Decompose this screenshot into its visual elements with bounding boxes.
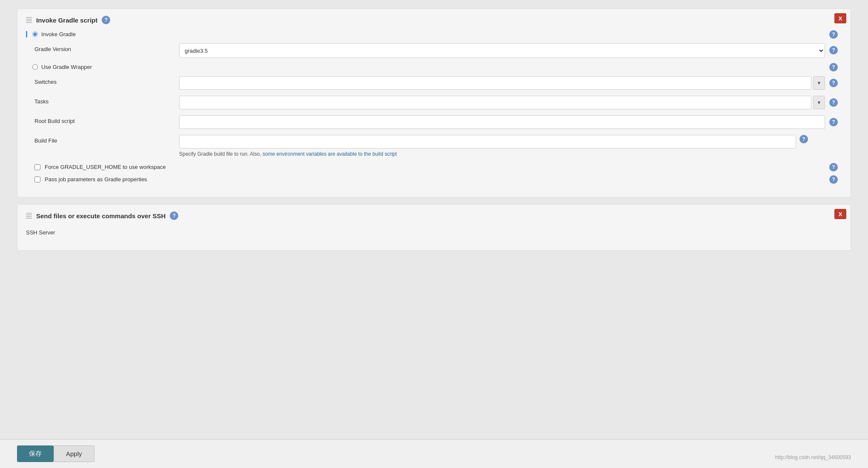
- close-label: X: [839, 15, 842, 22]
- root-build-script-input[interactable]: ${WORKSPACE}: [179, 115, 825, 129]
- drag-handle[interactable]: [26, 17, 32, 23]
- build-file-hint-link[interactable]: some environment variables are available…: [263, 151, 397, 157]
- build-file-hint: Specify Gradle build file to run. Also, …: [179, 150, 397, 158]
- switches-label: Switches: [34, 76, 179, 85]
- build-file-control: /var/lib/jenkins/jobs/andriod-test/works…: [179, 135, 796, 148]
- send-ssh-section: X Send files or execute commands over SS…: [17, 204, 851, 251]
- help-icon-tasks[interactable]: ?: [829, 98, 838, 107]
- root-build-script-row: Root Build script ${WORKSPACE} ?: [34, 115, 842, 129]
- ssh-server-label: SSH Server: [26, 227, 171, 236]
- tasks-control: clean assemblecommondebug ▼: [179, 96, 825, 109]
- build-file-input[interactable]: /var/lib/jenkins/jobs/andriod-test/works…: [179, 135, 796, 148]
- gradle-version-control: gradle3.5: [179, 43, 825, 58]
- gradle-version-label: Gradle Version: [34, 43, 179, 52]
- switches-row: Switches ▼ ?: [34, 76, 842, 90]
- bottom-bar: 保存 Apply: [0, 439, 868, 468]
- send-ssh-header: Send files or execute commands over SSH …: [26, 211, 842, 220]
- force-gradle-home-label: Force GRADLE_USER_HOME to use workspace: [45, 164, 166, 170]
- invoke-gradle-radio[interactable]: [32, 31, 38, 37]
- invoke-gradle-title: Invoke Gradle script: [36, 17, 97, 24]
- save-button[interactable]: 保存: [17, 445, 54, 462]
- build-file-label: Build File: [34, 135, 179, 144]
- use-wrapper-radio[interactable]: [32, 64, 38, 70]
- pass-job-params-label: Pass job parameters as Gradle properties: [45, 176, 147, 183]
- root-build-script-control: ${WORKSPACE}: [179, 115, 825, 129]
- ssh-server-row: SSH Server: [26, 227, 842, 236]
- tasks-row: Tasks clean assemblecommondebug ▼ ?: [34, 96, 842, 109]
- build-file-hint-text: Specify Gradle build file to run. Also,: [179, 151, 263, 157]
- use-wrapper-radio-row: Use Gradle Wrapper ?: [26, 64, 842, 70]
- apply-button[interactable]: Apply: [54, 445, 94, 462]
- force-gradle-home-row: Force GRADLE_USER_HOME to use workspace …: [34, 164, 842, 170]
- invoke-gradle-header: Invoke Gradle script ?: [26, 16, 842, 24]
- root-build-script-label: Root Build script: [34, 115, 179, 124]
- invoke-gradle-radio-row: Invoke Gradle ?: [26, 31, 842, 37]
- switches-dropdown-button[interactable]: ▼: [813, 76, 825, 90]
- help-icon-root-build-script[interactable]: ?: [829, 118, 838, 126]
- help-icon-pass-job-params[interactable]: ?: [829, 175, 838, 184]
- invoke-gradle-radio-label: Invoke Gradle: [41, 31, 76, 37]
- help-icon-switches[interactable]: ?: [829, 79, 838, 87]
- help-icon-title[interactable]: ?: [102, 16, 110, 24]
- send-ssh-title: Send files or execute commands over SSH: [36, 212, 166, 220]
- help-icon-use-wrapper[interactable]: ?: [829, 63, 838, 71]
- send-ssh-close-label: X: [839, 211, 842, 217]
- help-icon-gradle-version[interactable]: ?: [829, 46, 838, 54]
- tasks-input[interactable]: clean assemblecommondebug: [179, 96, 811, 109]
- tasks-dropdown-button[interactable]: ▼: [813, 96, 825, 109]
- force-gradle-home-checkbox[interactable]: [34, 164, 40, 170]
- tasks-label: Tasks: [34, 96, 179, 105]
- invoke-gradle-close-button[interactable]: X: [834, 13, 846, 23]
- gradle-version-row: Gradle Version gradle3.5 ?: [34, 43, 842, 58]
- switches-input[interactable]: [179, 76, 811, 90]
- help-icon-invoke-gradle[interactable]: ?: [829, 30, 838, 39]
- gradle-version-select[interactable]: gradle3.5: [179, 43, 825, 58]
- url-bar: http://blog.csdn.net/qq_34600593: [775, 447, 851, 468]
- send-ssh-drag-handle[interactable]: [26, 213, 32, 219]
- help-icon-force-gradle-home[interactable]: ?: [829, 163, 838, 171]
- help-icon-send-ssh-title[interactable]: ?: [170, 211, 178, 220]
- use-wrapper-radio-label: Use Gradle Wrapper: [41, 64, 92, 70]
- pass-job-params-checkbox[interactable]: [34, 177, 40, 183]
- switches-control: ▼: [179, 76, 825, 90]
- build-file-row: Build File /var/lib/jenkins/jobs/andriod…: [34, 135, 842, 158]
- send-ssh-close-button[interactable]: X: [834, 209, 846, 219]
- invoke-gradle-section: X Invoke Gradle script ? Invoke Gradle ?…: [17, 9, 851, 197]
- help-icon-build-file[interactable]: ?: [799, 135, 808, 143]
- pass-job-params-row: Pass job parameters as Gradle properties…: [34, 176, 842, 183]
